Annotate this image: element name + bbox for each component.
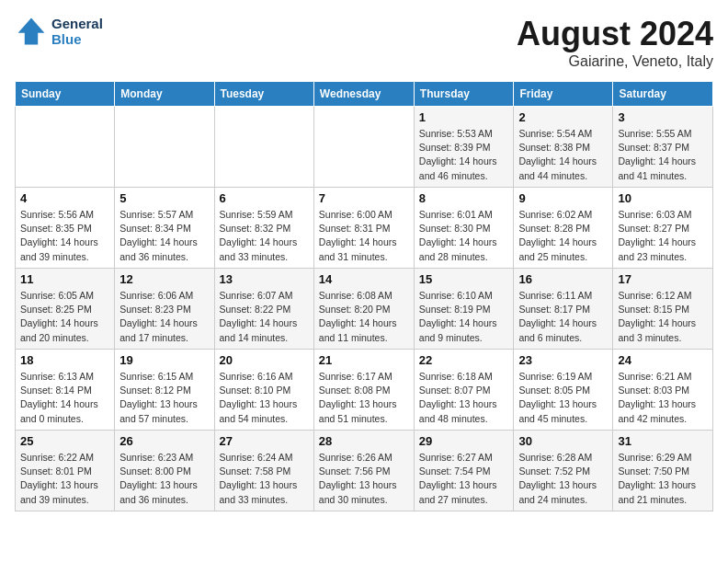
- day-detail: Sunrise: 6:28 AM Sunset: 7:52 PM Dayligh…: [518, 451, 608, 507]
- day-number: 29: [419, 434, 509, 448]
- calendar-body: 1Sunrise: 5:53 AM Sunset: 8:39 PM Daylig…: [16, 107, 713, 511]
- day-cell: 29Sunrise: 6:27 AM Sunset: 7:54 PM Dayli…: [414, 431, 514, 511]
- day-number: 15: [419, 272, 509, 286]
- header-cell-saturday: Saturday: [613, 82, 713, 107]
- day-detail: Sunrise: 6:10 AM Sunset: 8:19 PM Dayligh…: [419, 289, 509, 345]
- day-detail: Sunrise: 6:24 AM Sunset: 7:58 PM Dayligh…: [220, 451, 309, 507]
- header: General Blue August 2024 Gaiarine, Venet…: [15, 15, 713, 70]
- day-cell: 7Sunrise: 6:00 AM Sunset: 8:31 PM Daylig…: [313, 188, 414, 269]
- day-detail: Sunrise: 6:06 AM Sunset: 8:23 PM Dayligh…: [119, 289, 209, 345]
- header-cell-thursday: Thursday: [414, 82, 514, 107]
- day-cell: 21Sunrise: 6:17 AM Sunset: 8:08 PM Dayli…: [313, 350, 414, 431]
- day-cell: 6Sunrise: 5:59 AM Sunset: 8:32 PM Daylig…: [214, 188, 313, 269]
- day-number: 13: [220, 272, 309, 286]
- day-detail: Sunrise: 6:11 AM Sunset: 8:17 PM Dayligh…: [518, 289, 608, 345]
- day-detail: Sunrise: 6:19 AM Sunset: 8:05 PM Dayligh…: [518, 370, 608, 426]
- day-cell: 30Sunrise: 6:28 AM Sunset: 7:52 PM Dayli…: [514, 431, 613, 511]
- day-number: 11: [20, 272, 109, 286]
- day-number: 30: [518, 434, 608, 448]
- day-detail: Sunrise: 5:57 AM Sunset: 8:34 PM Dayligh…: [119, 208, 209, 264]
- day-detail: Sunrise: 5:56 AM Sunset: 8:35 PM Dayligh…: [20, 208, 109, 264]
- day-number: 31: [618, 434, 708, 448]
- day-number: 20: [220, 353, 309, 367]
- day-detail: Sunrise: 6:21 AM Sunset: 8:03 PM Dayligh…: [618, 370, 708, 426]
- day-number: 7: [319, 191, 409, 205]
- day-cell: 22Sunrise: 6:18 AM Sunset: 8:07 PM Dayli…: [414, 350, 514, 431]
- day-number: 27: [220, 434, 309, 448]
- day-detail: Sunrise: 6:15 AM Sunset: 8:12 PM Dayligh…: [119, 370, 209, 426]
- day-number: 19: [119, 353, 209, 367]
- header-cell-monday: Monday: [115, 82, 214, 107]
- day-detail: Sunrise: 6:07 AM Sunset: 8:22 PM Dayligh…: [220, 289, 309, 345]
- day-cell: 8Sunrise: 6:01 AM Sunset: 8:30 PM Daylig…: [414, 188, 514, 269]
- day-cell: 5Sunrise: 5:57 AM Sunset: 8:34 PM Daylig…: [115, 188, 214, 269]
- day-number: 26: [119, 434, 209, 448]
- week-row-3: 11Sunrise: 6:05 AM Sunset: 8:25 PM Dayli…: [16, 269, 713, 350]
- logo-icon: [15, 15, 48, 48]
- day-cell: 10Sunrise: 6:03 AM Sunset: 8:27 PM Dayli…: [613, 188, 713, 269]
- day-detail: Sunrise: 6:17 AM Sunset: 8:08 PM Dayligh…: [319, 370, 409, 426]
- day-cell: 15Sunrise: 6:10 AM Sunset: 8:19 PM Dayli…: [414, 269, 514, 350]
- day-number: 12: [119, 272, 209, 286]
- header-cell-friday: Friday: [514, 82, 613, 107]
- header-cell-wednesday: Wednesday: [313, 82, 414, 107]
- day-detail: Sunrise: 6:29 AM Sunset: 7:50 PM Dayligh…: [618, 451, 708, 507]
- day-number: 1: [419, 110, 509, 124]
- day-detail: Sunrise: 6:01 AM Sunset: 8:30 PM Dayligh…: [419, 208, 509, 264]
- day-number: 21: [319, 353, 409, 367]
- day-cell: 4Sunrise: 5:56 AM Sunset: 8:35 PM Daylig…: [16, 188, 115, 269]
- day-detail: Sunrise: 6:27 AM Sunset: 7:54 PM Dayligh…: [419, 451, 509, 507]
- day-number: 22: [419, 353, 509, 367]
- week-row-5: 25Sunrise: 6:22 AM Sunset: 8:01 PM Dayli…: [16, 431, 713, 511]
- day-cell: 19Sunrise: 6:15 AM Sunset: 8:12 PM Dayli…: [115, 350, 214, 431]
- day-detail: Sunrise: 6:22 AM Sunset: 8:01 PM Dayligh…: [20, 451, 109, 507]
- day-detail: Sunrise: 5:55 AM Sunset: 8:37 PM Dayligh…: [618, 127, 708, 183]
- calendar-header-row: SundayMondayTuesdayWednesdayThursdayFrid…: [16, 82, 713, 107]
- day-cell: [214, 107, 313, 188]
- day-number: 25: [20, 434, 109, 448]
- day-detail: Sunrise: 6:16 AM Sunset: 8:10 PM Dayligh…: [220, 370, 309, 426]
- day-detail: Sunrise: 6:08 AM Sunset: 8:20 PM Dayligh…: [319, 289, 409, 345]
- logo: General Blue: [15, 15, 103, 48]
- day-number: 16: [518, 272, 608, 286]
- day-cell: 23Sunrise: 6:19 AM Sunset: 8:05 PM Dayli…: [514, 350, 613, 431]
- day-cell: 17Sunrise: 6:12 AM Sunset: 8:15 PM Dayli…: [613, 269, 713, 350]
- month-title: August 2024: [517, 15, 713, 53]
- day-cell: 9Sunrise: 6:02 AM Sunset: 8:28 PM Daylig…: [514, 188, 613, 269]
- day-cell: 31Sunrise: 6:29 AM Sunset: 7:50 PM Dayli…: [613, 431, 713, 511]
- day-detail: Sunrise: 6:12 AM Sunset: 8:15 PM Dayligh…: [618, 289, 708, 345]
- title-area: August 2024 Gaiarine, Veneto, Italy: [517, 15, 713, 70]
- day-cell: [16, 107, 115, 188]
- logo-text: General Blue: [51, 16, 103, 47]
- day-cell: 14Sunrise: 6:08 AM Sunset: 8:20 PM Dayli…: [313, 269, 414, 350]
- day-cell: 27Sunrise: 6:24 AM Sunset: 7:58 PM Dayli…: [214, 431, 313, 511]
- day-cell: 26Sunrise: 6:23 AM Sunset: 8:00 PM Dayli…: [115, 431, 214, 511]
- day-detail: Sunrise: 6:03 AM Sunset: 8:27 PM Dayligh…: [618, 208, 708, 264]
- day-detail: Sunrise: 6:00 AM Sunset: 8:31 PM Dayligh…: [319, 208, 409, 264]
- day-detail: Sunrise: 6:13 AM Sunset: 8:14 PM Dayligh…: [20, 370, 109, 426]
- day-cell: 24Sunrise: 6:21 AM Sunset: 8:03 PM Dayli…: [613, 350, 713, 431]
- calendar-table: SundayMondayTuesdayWednesdayThursdayFrid…: [15, 81, 713, 511]
- day-number: 23: [518, 353, 608, 367]
- day-cell: 2Sunrise: 5:54 AM Sunset: 8:38 PM Daylig…: [514, 107, 613, 188]
- day-number: 2: [518, 110, 608, 124]
- day-number: 18: [20, 353, 109, 367]
- day-number: 17: [618, 272, 708, 286]
- day-number: 8: [419, 191, 509, 205]
- day-cell: 12Sunrise: 6:06 AM Sunset: 8:23 PM Dayli…: [115, 269, 214, 350]
- day-cell: 28Sunrise: 6:26 AM Sunset: 7:56 PM Dayli…: [313, 431, 414, 511]
- day-number: 5: [119, 191, 209, 205]
- day-cell: 20Sunrise: 6:16 AM Sunset: 8:10 PM Dayli…: [214, 350, 313, 431]
- day-cell: [313, 107, 414, 188]
- day-cell: 3Sunrise: 5:55 AM Sunset: 8:37 PM Daylig…: [613, 107, 713, 188]
- day-cell: 13Sunrise: 6:07 AM Sunset: 8:22 PM Dayli…: [214, 269, 313, 350]
- day-detail: Sunrise: 6:02 AM Sunset: 8:28 PM Dayligh…: [518, 208, 608, 264]
- day-cell: 16Sunrise: 6:11 AM Sunset: 8:17 PM Dayli…: [514, 269, 613, 350]
- day-detail: Sunrise: 5:54 AM Sunset: 8:38 PM Dayligh…: [518, 127, 608, 183]
- day-number: 10: [618, 191, 708, 205]
- day-cell: 1Sunrise: 5:53 AM Sunset: 8:39 PM Daylig…: [414, 107, 514, 188]
- week-row-2: 4Sunrise: 5:56 AM Sunset: 8:35 PM Daylig…: [16, 188, 713, 269]
- day-cell: 11Sunrise: 6:05 AM Sunset: 8:25 PM Dayli…: [16, 269, 115, 350]
- day-cell: 25Sunrise: 6:22 AM Sunset: 8:01 PM Dayli…: [16, 431, 115, 511]
- day-number: 4: [20, 191, 109, 205]
